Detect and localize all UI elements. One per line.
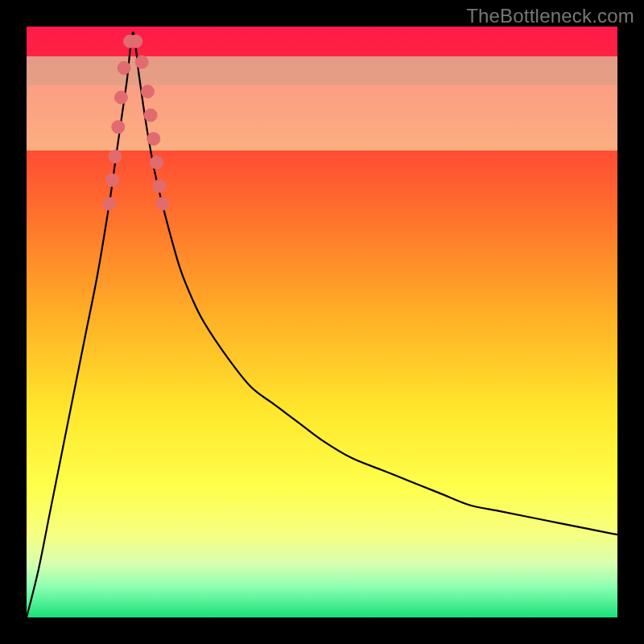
marker-point — [105, 174, 118, 187]
marker-point — [112, 121, 125, 134]
curve-layer — [27, 27, 617, 617]
marker-point — [153, 180, 166, 192]
plot-area — [27, 27, 617, 617]
marker-point — [147, 132, 160, 145]
marker-point — [103, 197, 116, 210]
marker-point — [135, 56, 148, 68]
marker-point — [150, 156, 163, 169]
sample-points — [103, 35, 169, 210]
watermark-text: TheBottleneck.com — [466, 5, 634, 27]
marker-point — [130, 35, 142, 47]
marker-point — [118, 61, 130, 74]
marker-point — [156, 197, 169, 210]
marker-point — [141, 85, 154, 98]
chart-frame: TheBottleneck.com — [0, 0, 644, 644]
marker-point — [114, 91, 127, 104]
marker-point — [109, 150, 122, 163]
marker-point — [144, 109, 157, 122]
bottleneck-curve — [27, 32, 617, 617]
